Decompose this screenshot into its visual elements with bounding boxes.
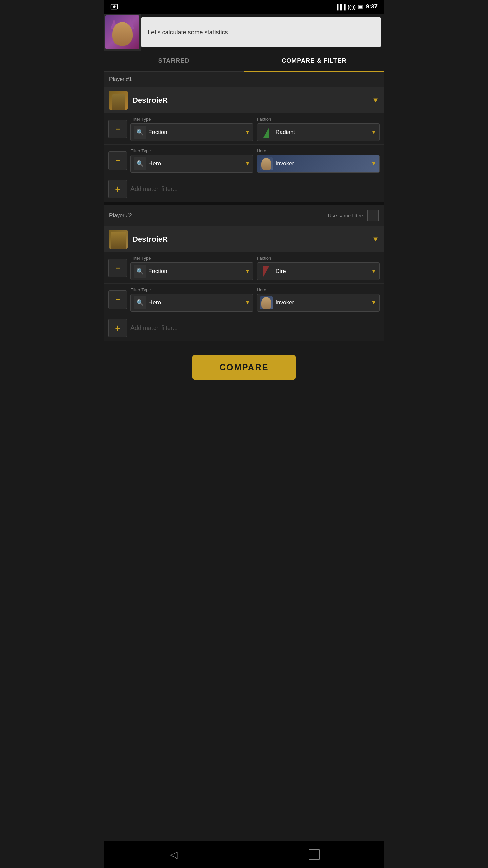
player1-remove-filter-1-button[interactable]: − xyxy=(108,120,127,138)
minus-icon-p2-2: − xyxy=(115,295,120,303)
player2-label: Player #2 xyxy=(109,213,132,219)
player2-add-filter-button[interactable]: + xyxy=(108,319,127,337)
player2-filter-row-2: − Filter Type 🔍 Hero ▼ Hero I xyxy=(104,284,384,315)
minus-icon-1: − xyxy=(115,125,120,133)
search-icon-box-p2-2: 🔍 xyxy=(134,296,146,309)
player2-avatar xyxy=(109,230,128,249)
player1-filter-type-arrow-2: ▼ xyxy=(245,161,250,167)
section-divider xyxy=(104,202,384,205)
app-header: Let's calculate some statistics. xyxy=(104,14,384,51)
player1-hero-select-1[interactable]: Invoker ▼ xyxy=(257,155,380,173)
player2-faction-1: Faction Dire ▼ xyxy=(257,256,380,280)
battery-icon: ▣ xyxy=(358,4,363,10)
status-bar: ▐▐▐ ((·)) ▣ 9:37 xyxy=(104,0,384,14)
player2-filter-type-select-1[interactable]: 🔍 Faction ▼ xyxy=(130,262,253,280)
player2-faction-arrow-1: ▼ xyxy=(371,268,377,274)
tab-starred[interactable]: STARRED xyxy=(104,51,244,71)
compare-button-container: COMPARE xyxy=(104,341,384,394)
minus-icon-2: − xyxy=(115,156,120,164)
player1-filter-type-value-1: Faction xyxy=(148,129,243,136)
player2-filter-type-value-1: Faction xyxy=(148,268,243,275)
player1-hero-arrow-1: ▼ xyxy=(371,161,377,167)
player1-faction-value-1: Radiant xyxy=(276,129,369,136)
player2-filter-type-label-2: Filter Type xyxy=(130,287,253,292)
player1-filter-type-label-2: Filter Type xyxy=(130,148,253,153)
dire-icon-1 xyxy=(260,265,273,278)
wifi-icon: ((·)) xyxy=(348,4,356,10)
player1-filter-type-2: Filter Type 🔍 Hero ▼ xyxy=(130,148,253,173)
player1-add-filter-button[interactable]: + xyxy=(108,180,127,198)
player2-faction-label-1: Faction xyxy=(257,256,380,261)
header-message-text: Let's calculate some statistics. xyxy=(148,29,230,36)
signal-icon: ▐▐▐ xyxy=(335,4,346,10)
player2-filter-type-2: Filter Type 🔍 Hero ▼ xyxy=(130,287,253,312)
invoker-face-p2 xyxy=(261,297,271,309)
player2-remove-filter-1-button[interactable]: − xyxy=(108,259,127,277)
player1-avatar xyxy=(109,91,128,110)
player2-filter-type-select-2[interactable]: 🔍 Hero ▼ xyxy=(130,294,253,312)
player1-hero-1: Hero Invoker ▼ xyxy=(257,148,380,173)
status-icons: ▐▐▐ ((·)) ▣ xyxy=(335,4,363,10)
radiant-icon-1 xyxy=(260,126,273,139)
player1-header: Player #1 xyxy=(104,72,384,87)
search-icon-box-1: 🔍 xyxy=(134,126,146,139)
player1-selector[interactable]: DestroieR ▼ xyxy=(104,87,384,113)
player2-avatar-figure xyxy=(111,232,126,249)
player1-dropdown-arrow[interactable]: ▼ xyxy=(372,96,379,104)
player2-filter-type-arrow-1: ▼ xyxy=(245,268,250,274)
player1-hero-value-1: Invoker xyxy=(276,160,369,167)
player2-name: DestroieR xyxy=(133,235,372,244)
search-icon-p2-2: 🔍 xyxy=(136,299,144,307)
compare-button[interactable]: COMPARE xyxy=(192,355,296,380)
svg-point-1 xyxy=(113,5,115,8)
player1-filter-type-select-2[interactable]: 🔍 Hero ▼ xyxy=(130,155,253,173)
radiant-triangle xyxy=(263,127,269,138)
player2-section: Player #2 Use same filters DestroieR ▼ −… xyxy=(104,205,384,341)
player1-filter-row-2: − Filter Type 🔍 Hero ▼ Hero I xyxy=(104,145,384,176)
player2-remove-filter-2-button[interactable]: − xyxy=(108,290,127,309)
player1-hero-label-1: Hero xyxy=(257,148,380,153)
use-same-filters-checkbox[interactable] xyxy=(367,210,379,221)
player2-dropdown-arrow[interactable]: ▼ xyxy=(372,235,379,243)
player1-name: DestroieR xyxy=(133,96,372,105)
player2-filter-type-label-1: Filter Type xyxy=(130,256,253,261)
tab-bar: STARRED COMPARE & FILTER xyxy=(104,51,384,72)
player1-section: Player #1 DestroieR ▼ − Filter Type 🔍 Fa… xyxy=(104,72,384,202)
photo-icon xyxy=(110,3,118,11)
player2-filter-type-arrow-2: ▼ xyxy=(245,300,250,306)
use-same-filters-text: Use same filters xyxy=(328,213,364,218)
minus-icon-p2-1: − xyxy=(115,264,120,272)
player2-faction-value-1: Dire xyxy=(276,268,369,275)
player2-add-filter-row: + Add match filter... xyxy=(104,315,384,341)
player2-hero-select-1[interactable]: Invoker ▼ xyxy=(257,294,380,312)
tab-compare-filter[interactable]: COMPARE & FILTER xyxy=(244,51,384,72)
status-bar-left xyxy=(110,3,118,11)
player1-filter-type-select-1[interactable]: 🔍 Faction ▼ xyxy=(130,123,253,141)
invoker-face-1 xyxy=(261,158,271,170)
search-icon-box-2: 🔍 xyxy=(134,157,146,170)
player2-filter-type-1: Filter Type 🔍 Faction ▼ xyxy=(130,256,253,280)
player1-add-filter-row: + Add match filter... xyxy=(104,176,384,202)
clock: 9:37 xyxy=(366,3,378,10)
plus-icon-2: + xyxy=(115,323,120,333)
player2-add-filter-text: Add match filter... xyxy=(130,324,178,332)
search-icon-2: 🔍 xyxy=(136,160,144,167)
player1-faction-arrow-1: ▼ xyxy=(371,129,377,135)
player2-hero-arrow-1: ▼ xyxy=(371,300,377,306)
player2-faction-select-1[interactable]: Dire ▼ xyxy=(257,262,380,280)
header-message-bubble: Let's calculate some statistics. xyxy=(141,17,381,47)
search-icon-p2-1: 🔍 xyxy=(136,268,144,275)
search-icon-box-p2-1: 🔍 xyxy=(134,265,146,278)
player1-avatar-figure xyxy=(112,94,125,110)
invoker-icon-1 xyxy=(260,157,273,170)
dire-triangle xyxy=(263,266,269,277)
main-content: Player #1 DestroieR ▼ − Filter Type 🔍 Fa… xyxy=(104,72,384,394)
player2-selector[interactable]: DestroieR ▼ xyxy=(104,226,384,252)
player1-add-filter-text: Add match filter... xyxy=(130,185,178,193)
player2-filter-type-value-2: Hero xyxy=(148,299,243,306)
player1-label: Player #1 xyxy=(109,76,132,82)
player1-faction-select-1[interactable]: Radiant ▼ xyxy=(257,123,380,141)
player1-filter-type-label-1: Filter Type xyxy=(130,117,253,122)
player1-filter-type-1: Filter Type 🔍 Faction ▼ xyxy=(130,117,253,141)
player1-remove-filter-2-button[interactable]: − xyxy=(108,151,127,170)
